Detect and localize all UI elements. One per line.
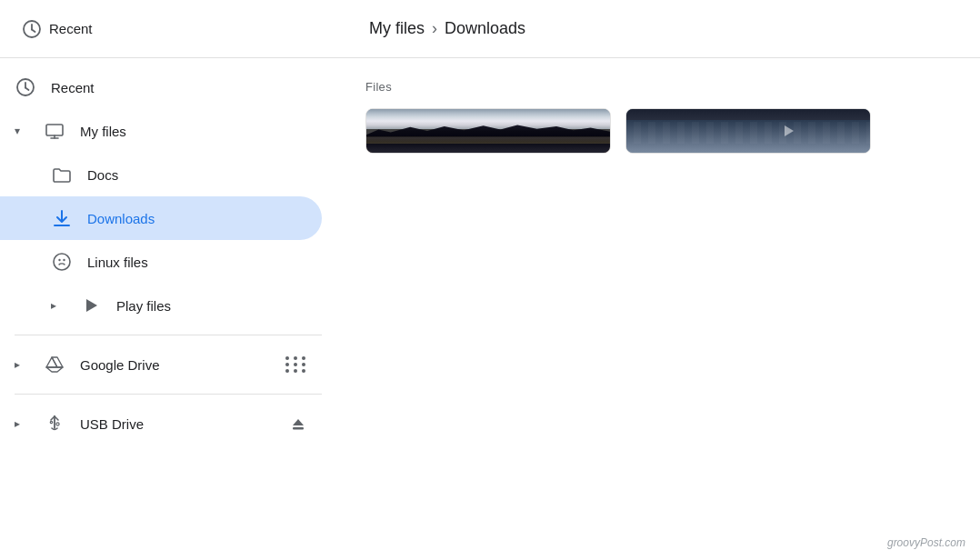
linux-icon: [51, 251, 73, 273]
svg-point-21: [50, 421, 52, 423]
sidebar-item-docs[interactable]: Docs: [0, 153, 322, 196]
breadcrumb-separator: ›: [432, 19, 437, 38]
drive-icon: [44, 354, 65, 375]
breadcrumb-current: Downloads: [445, 19, 525, 38]
svg-point-13: [63, 259, 65, 261]
breadcrumb-root[interactable]: My files: [369, 19, 425, 38]
sidebar-usb-drive-label: USB Drive: [80, 416, 275, 432]
svg-point-12: [58, 259, 60, 261]
files-section-label: Files: [365, 80, 951, 94]
main-layout: Recent ▾ My files Docs: [0, 58, 980, 560]
recent-label: Recent: [49, 21, 93, 36]
files-grid: Screenshot 2022-0...: [365, 108, 951, 154]
svg-line-2: [32, 29, 35, 32]
top-bar-left: Recent: [22, 19, 358, 39]
svg-point-22: [56, 423, 59, 425]
screenshot-thumbnail: [366, 109, 610, 153]
clock-icon: [22, 19, 42, 39]
sidebar-item-google-drive[interactable]: ▸ Google Drive: [0, 343, 322, 386]
expand-arrow-right-icon2: ▸: [15, 358, 29, 371]
screen-recording-info: Screen recording 2...: [626, 153, 870, 154]
sidebar-divider-2: [15, 394, 322, 395]
eject-icon[interactable]: [289, 415, 307, 433]
folder-icon: [51, 164, 73, 185]
svg-rect-24: [293, 427, 304, 430]
svg-marker-17: [46, 367, 63, 372]
svg-marker-16: [46, 357, 57, 367]
sidebar-recent-label: Recent: [51, 80, 307, 95]
expand-arrow-down-icon: ▾: [15, 125, 29, 137]
svg-marker-15: [52, 357, 63, 367]
sidebar-item-usb-drive[interactable]: ▸ USB Drive: [0, 402, 322, 445]
breadcrumb: My files › Downloads: [358, 19, 525, 38]
sidebar-item-linux-files[interactable]: Linux files: [0, 240, 322, 284]
file-card-screen-recording[interactable]: Screen recording 2...: [625, 108, 871, 154]
svg-line-5: [25, 88, 29, 91]
content-area: Files: [336, 58, 980, 560]
sidebar-item-my-files[interactable]: ▾ My files: [0, 109, 322, 153]
sidebar-item-downloads[interactable]: Downloads: [0, 196, 322, 240]
watermark: groovyPost.com: [887, 536, 965, 549]
expand-arrow-right-icon: ▸: [51, 299, 65, 312]
sidebar-divider-1: [15, 335, 322, 335]
usb-icon: [44, 413, 65, 435]
screenshot-info: Screenshot 2022-0...: [366, 153, 610, 154]
top-bar: Recent My files › Downloads: [0, 0, 980, 58]
sidebar-item-recent[interactable]: Recent: [0, 65, 322, 109]
expand-arrow-right-icon3: ▸: [15, 417, 29, 430]
sidebar: Recent ▾ My files Docs: [0, 58, 336, 560]
sidebar-my-files-label: My files: [80, 124, 307, 139]
sidebar-docs-label: Docs: [87, 167, 307, 183]
sidebar-downloads-label: Downloads: [87, 211, 307, 226]
svg-marker-14: [86, 299, 97, 312]
sidebar-item-play-files[interactable]: ▸ Play files: [0, 284, 322, 327]
sidebar-linux-files-label: Linux files: [87, 255, 307, 270]
play-icon: [80, 295, 102, 316]
computer-icon: [44, 120, 65, 142]
sidebar-google-drive-label: Google Drive: [80, 357, 271, 373]
file-card-screenshot[interactable]: Screenshot 2022-0...: [365, 108, 611, 154]
clock-icon: [15, 76, 36, 98]
svg-marker-23: [293, 419, 304, 425]
download-icon: [51, 207, 73, 229]
dots-grid-icon: [285, 356, 307, 373]
svg-point-11: [54, 254, 70, 270]
svg-marker-27: [785, 125, 794, 136]
sidebar-play-files-label: Play files: [116, 298, 307, 314]
screen-recording-thumbnail: [626, 109, 870, 153]
svg-rect-6: [46, 125, 63, 135]
